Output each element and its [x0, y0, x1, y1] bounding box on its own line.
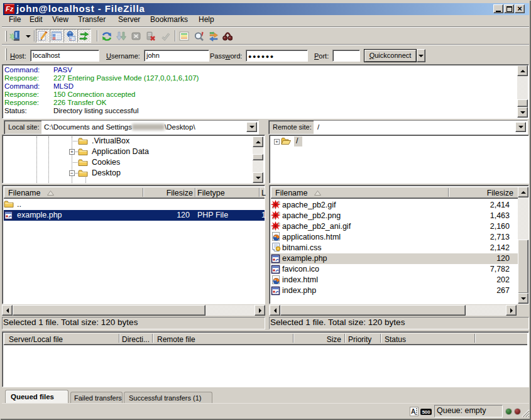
- svg-text:500: 500: [422, 409, 430, 415]
- svg-text:A: A: [411, 408, 415, 415]
- svg-text:Fz: Fz: [6, 5, 14, 13]
